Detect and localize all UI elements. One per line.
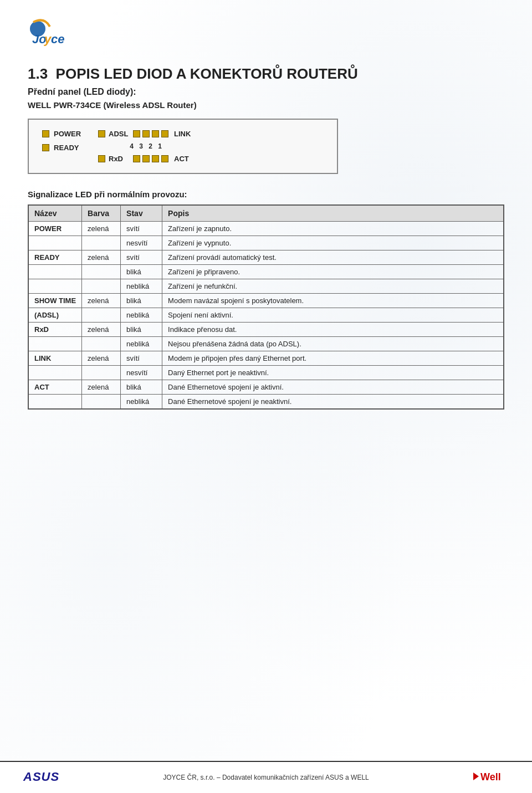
cell-barva: [82, 265, 121, 279]
device-label: WELL PWR-734CE (Wireless ADSL Router): [28, 100, 504, 110]
cell-name: RxD: [28, 323, 82, 337]
cell-popis: Dané Ethernetové spojení je neaktivní.: [162, 395, 504, 410]
svg-text:ce: ce: [51, 32, 64, 46]
table-section-title: Signalizace LED při normálním provozu:: [28, 190, 504, 199]
table-row: LINKzelenásvítíModem je připojen přes da…: [28, 351, 504, 366]
adsl-led: [98, 130, 105, 137]
table-row: (ADSL)neblikáSpojení není aktivní.: [28, 308, 504, 323]
cell-barva: [82, 395, 121, 410]
cell-name: SHOW TIME: [28, 294, 82, 308]
page-title: 1.3 POPIS LED DIOD A KONEKTORŮ ROUTERŮ: [28, 65, 504, 83]
diagram-left: POWER READY: [42, 130, 81, 152]
led-status-table: Název Barva Stav Popis POWERzelenásvítíZ…: [28, 204, 504, 410]
cell-name: READY: [28, 250, 82, 265]
rxd-row: RxD ACT: [98, 155, 191, 163]
power-led: [42, 130, 49, 137]
table-row: RxDzelenáblikáIndikace přenosu dat.: [28, 323, 504, 337]
well-logo: Well: [471, 768, 510, 787]
table-row: nesvítíZařízení je vypnuto.: [28, 236, 504, 250]
cell-stav: svítí: [121, 222, 162, 236]
cell-stav: nesvítí: [121, 236, 162, 250]
col-header-name: Název: [28, 205, 82, 222]
cell-stav: bliká: [121, 323, 162, 337]
table-header-row: Název Barva Stav Popis: [28, 205, 504, 222]
cell-stav: nebliká: [121, 279, 162, 294]
cell-name: ACT: [28, 380, 82, 395]
cell-stav: svítí: [121, 351, 162, 366]
panel-label: Přední panel (LED diody):: [28, 87, 504, 97]
table-row: nesvítíDaný Ethernet port je neaktivní.: [28, 366, 504, 380]
cell-barva: [82, 308, 121, 323]
rxd-led: [98, 155, 105, 162]
cell-popis: Zařízení je vypnuto.: [162, 236, 504, 250]
cell-stav: bliká: [121, 265, 162, 279]
ready-led: [42, 144, 49, 151]
cell-popis: Modem navázal spojení s poskytovatelem.: [162, 294, 504, 308]
table-row: ACTzelenáblikáDané Ethernetové spojení j…: [28, 380, 504, 395]
table-row: neblikáNejsou přenášena žádná data (po A…: [28, 337, 504, 351]
led-diagram: POWER READY ADSL: [28, 119, 338, 174]
table-row: blikáZařízení je připraveno.: [28, 265, 504, 279]
cell-barva: [82, 236, 121, 250]
table-row: READYzelenásvítíZařízení provádí automat…: [28, 250, 504, 265]
cell-name: [28, 395, 82, 410]
cell-barva: zelená: [82, 222, 121, 236]
cell-barva: zelená: [82, 380, 121, 395]
cell-stav: nesvítí: [121, 366, 162, 380]
cell-name: [28, 337, 82, 351]
cell-stav: nebliká: [121, 337, 162, 351]
cell-stav: bliká: [121, 294, 162, 308]
cell-name: (ADSL): [28, 308, 82, 323]
cell-stav: svítí: [121, 250, 162, 265]
cell-barva: zelená: [82, 323, 121, 337]
page-footer: ASUS JOYCE ČR, s.r.o. – Dodavatel komuni…: [0, 761, 532, 793]
ready-row: READY: [42, 144, 81, 152]
link-label: LINK: [174, 130, 191, 138]
cell-popis: Zařízení provádí automatický test.: [162, 250, 504, 265]
cell-stav: nebliká: [121, 395, 162, 410]
cell-popis: Spojení není aktivní.: [162, 308, 504, 323]
cell-barva: [82, 279, 121, 294]
table-row: neblikáDané Ethernetové spojení je neakt…: [28, 395, 504, 410]
cell-stav: nebliká: [121, 308, 162, 323]
adsl-label: ADSL: [109, 130, 130, 138]
cell-stav: bliká: [121, 380, 162, 395]
cell-popis: Dané Ethernetové spojení je aktivní.: [162, 380, 504, 395]
cell-popis: Indikace přenosu dat.: [162, 323, 504, 337]
act-dots: [133, 155, 168, 162]
cell-popis: Zařízení je zapnuto.: [162, 222, 504, 236]
cell-name: [28, 366, 82, 380]
table-row: POWERzelenásvítíZařízení je zapnuto.: [28, 222, 504, 236]
power-label: POWER: [54, 130, 81, 138]
table-row: SHOW TIMEzelenáblikáModem navázal spojen…: [28, 294, 504, 308]
link-dots: [133, 130, 168, 137]
cell-popis: Zařízení je připraveno.: [162, 265, 504, 279]
cell-popis: Zařízení je nefunkční.: [162, 279, 504, 294]
cell-barva: [82, 337, 121, 351]
table-row: neblikáZařízení je nefunkční.: [28, 279, 504, 294]
col-header-barva: Barva: [82, 205, 121, 222]
cell-name: [28, 265, 82, 279]
asus-logo: ASUS: [22, 768, 61, 787]
cell-popis: Nejsou přenášena žádná data (po ADSL).: [162, 337, 504, 351]
numbers-row: 4 3 2 1: [98, 142, 191, 150]
act-label: ACT: [174, 155, 189, 163]
cell-popis: Modem je připojen přes daný Ethernet por…: [162, 351, 504, 366]
joyce-logo: Jo y ce: [28, 17, 83, 47]
adsl-row: ADSL LINK: [98, 130, 191, 138]
rxd-label: RxD: [109, 155, 130, 163]
cell-barva: zelená: [82, 250, 121, 265]
cell-name: LINK: [28, 351, 82, 366]
footer-text: JOYCE ČR, s.r.o. – Dodavatel komunikační…: [163, 774, 369, 781]
cell-name: [28, 236, 82, 250]
power-row: POWER: [42, 130, 81, 138]
cell-name: [28, 279, 82, 294]
col-header-popis: Popis: [162, 205, 504, 222]
svg-marker-5: [473, 772, 479, 780]
cell-barva: zelená: [82, 294, 121, 308]
cell-name: POWER: [28, 222, 82, 236]
col-header-stav: Stav: [121, 205, 162, 222]
cell-barva: zelená: [82, 351, 121, 366]
svg-text:Well: Well: [480, 771, 501, 782]
diagram-right: ADSL LINK 4 3 2 1: [98, 130, 191, 163]
